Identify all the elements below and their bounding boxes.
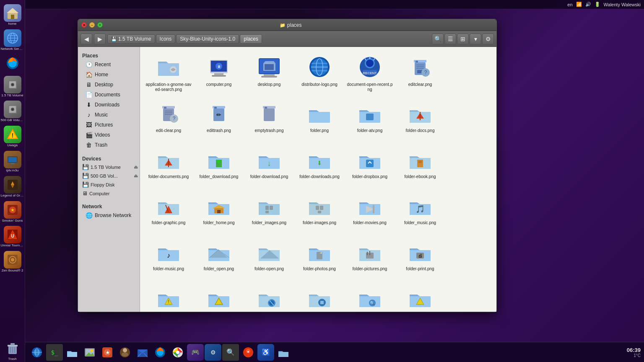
file-icon-container: [205, 192, 232, 219]
sidebar-item-computer[interactable]: 🖥 Computer: [78, 189, 140, 198]
bottom-icon-browser[interactable]: [29, 344, 45, 361]
file-item[interactable]: folder-open.png: [244, 235, 294, 281]
taskbar-item-volume1[interactable]: 1.5 TB Volume: [1, 75, 24, 98]
network-icon[interactable]: 📶: [576, 2, 582, 7]
file-item[interactable]: folder-share.png: [395, 281, 445, 312]
bottom-icon-chrome[interactable]: [169, 344, 186, 361]
taskbar-item-trash[interactable]: Trash: [1, 339, 24, 362]
audio-icon[interactable]: 🔊: [585, 2, 591, 7]
breadcrumb-icons[interactable]: Icons: [156, 34, 176, 44]
file-item[interactable]: folder-dropbox.png: [345, 142, 395, 189]
breadcrumb-places[interactable]: places: [240, 34, 262, 44]
file-item[interactable]: 🔍 folder-saved-search.png: [345, 281, 395, 312]
file-item[interactable]: folder-publicshare.png: [194, 281, 244, 312]
grid-view-button[interactable]: ⊞: [457, 34, 469, 44]
file-item[interactable]: folder_home.png: [194, 189, 244, 235]
file-item[interactable]: ? editclear.png: [395, 50, 445, 96]
sidebar-item-recent[interactable]: 🕐 Recent: [80, 59, 138, 70]
file-item[interactable]: folder-photos.png: [294, 235, 345, 281]
sidebar-item-music[interactable]: ♪ Music: [80, 110, 138, 120]
file-item[interactable]: 🖥 computer.png: [194, 50, 244, 96]
file-item[interactable]: 🎵 folder_music.png: [395, 189, 445, 235]
eject-btn-vol2[interactable]: ⏏: [134, 173, 138, 178]
sidebar-item-volume2[interactable]: 💾 500 GB Vol... ⏏: [78, 171, 140, 180]
bottom-icon-filemanager[interactable]: [275, 344, 292, 361]
forward-button[interactable]: ▶: [94, 34, 106, 44]
bottom-icon-accessibility[interactable]: ♿: [257, 344, 274, 361]
file-item[interactable]: folder-pictures.png: [345, 235, 395, 281]
sidebar-item-pictures[interactable]: 🖼 Pictures: [80, 120, 138, 130]
file-item[interactable]: ↓ folder-download.png: [244, 142, 294, 189]
file-item[interactable]: folder-remote.png: [244, 281, 294, 312]
bottom-icon-app11[interactable]: 🔍: [222, 344, 239, 361]
taskbar-item-smokin[interactable]: ★ Smokin' Guns: [1, 200, 24, 224]
file-item[interactable]: folder-docs.png: [395, 96, 445, 142]
list-view-button[interactable]: ☰: [444, 34, 456, 44]
file-item[interactable]: folder-ebook.png: [395, 142, 445, 189]
bottom-icon-photos[interactable]: [81, 344, 98, 361]
bottom-icon-game[interactable]: ★: [99, 344, 116, 361]
taskbar-item-home[interactable]: home: [1, 3, 24, 27]
file-item[interactable]: folder.png: [294, 96, 345, 142]
taskbar-item-uwaga[interactable]: ! Uwaga: [1, 125, 24, 148]
sidebar-item-browse-network[interactable]: 🌐 Browse Network: [80, 210, 138, 220]
user-name[interactable]: Walenty Walewski: [604, 2, 641, 7]
taskbar-item-network[interactable]: Network Servers: [1, 28, 24, 52]
bottom-icon-thunderbird[interactable]: [134, 344, 151, 361]
sidebar-item-desktop[interactable]: 🖥 Desktop: [80, 80, 138, 90]
file-item[interactable]: desktop.png: [244, 50, 294, 96]
lang-indicator[interactable]: en: [567, 2, 572, 7]
file-item[interactable]: folder-remote-smb.png: [294, 281, 345, 312]
sidebar-item-floppy[interactable]: 💾 Floppy Disk: [78, 180, 140, 189]
breadcrumb-skyblue[interactable]: Sky-Blue-Unity-icons-1.0: [176, 34, 239, 44]
sidebar-item-documents[interactable]: 📄 Documents: [80, 90, 138, 100]
bottom-icon-app10[interactable]: ⚙: [205, 344, 221, 361]
file-item[interactable]: ✏ edittrash.png: [194, 96, 244, 142]
file-item[interactable]: ⬇ folder-downloads.png: [294, 142, 345, 189]
bottom-icon-files[interactable]: [64, 344, 80, 361]
sidebar-item-volume1[interactable]: 💾 1.5 TB Volume ⏏: [78, 163, 140, 171]
sidebar-item-videos[interactable]: 🎬 Videos: [80, 130, 138, 140]
file-item[interactable]: ♪ folder-music.png: [143, 235, 194, 281]
taskbar-item-zenbound[interactable]: Zen Bound® 2: [1, 250, 24, 274]
sidebar-item-trash[interactable]: 🗑 Trash: [80, 140, 138, 150]
file-name: folder-ebook.png: [404, 174, 436, 179]
close-button[interactable]: ✕: [81, 22, 87, 28]
bottom-icon-gimp[interactable]: [117, 344, 133, 361]
settings-button[interactable]: ⚙: [482, 34, 494, 44]
file-item[interactable]: RECENT document-open-recent.png: [345, 50, 395, 96]
file-item[interactable]: 🖨 folder-print.png: [395, 235, 445, 281]
taskbar-item-firefox[interactable]: [1, 54, 24, 73]
bottom-icon-firefox[interactable]: [152, 344, 169, 361]
sidebar-item-home[interactable]: 🏠 Home: [80, 70, 138, 80]
taskbar-item-volume2[interactable]: 500 GB Volume: [1, 100, 24, 123]
svg-point-17: [12, 109, 13, 110]
svg-point-178: [91, 349, 93, 352]
taskbar-item-iptv[interactable]: iptv.m3u: [1, 150, 24, 173]
file-item[interactable]: folder-movies.png: [345, 189, 395, 235]
eject-btn-vol1[interactable]: ⏏: [134, 164, 138, 170]
taskbar-item-unreal[interactable]: U Unreal Tournament: [1, 225, 24, 248]
file-item[interactable]: folder_download.png: [194, 142, 244, 189]
bottom-icon-app12[interactable]: ●: [240, 344, 257, 361]
file-item[interactable]: folder_images.png: [244, 189, 294, 235]
bottom-icon-app9[interactable]: 🎮: [187, 344, 204, 361]
file-item[interactable]: folder-graphic.png: [143, 189, 194, 235]
file-item[interactable]: folder-images.png: [294, 189, 345, 235]
file-item[interactable]: folder_open.png: [194, 235, 244, 281]
file-item[interactable]: ? edit-clear.png: [143, 96, 194, 142]
file-item[interactable]: emptytrash.png: [244, 96, 294, 142]
file-item[interactable]: ! folder-public.png: [143, 281, 194, 312]
back-button[interactable]: ◀: [80, 34, 92, 44]
search-button[interactable]: 🔍: [432, 34, 444, 44]
view-options-button[interactable]: ▾: [470, 34, 481, 44]
file-item[interactable]: folder-atv.png: [345, 96, 395, 142]
sidebar-item-downloads[interactable]: ⬇ Downloads: [80, 100, 138, 110]
file-item[interactable]: distributor-logo.png: [294, 50, 345, 96]
bottom-icon-terminal[interactable]: $_: [46, 344, 63, 361]
taskbar-item-grimrock[interactable]: Legend of Grimrock: [1, 175, 24, 199]
battery-icon[interactable]: 🔋: [595, 2, 600, 7]
file-item[interactable]: application-x-gnome-saved-search.png: [143, 50, 194, 96]
file-item[interactable]: folder-documents.png: [143, 142, 194, 189]
breadcrumb-volume[interactable]: 💾 1.5 TB Volume: [107, 34, 155, 44]
